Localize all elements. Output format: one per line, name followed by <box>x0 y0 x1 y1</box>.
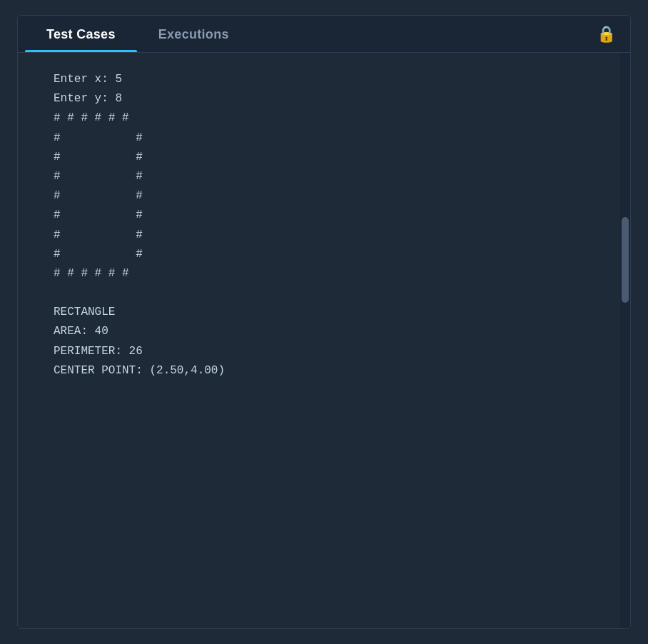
tab-test-cases-label: Test Cases <box>46 27 116 41</box>
scrollbar-thumb[interactable] <box>622 217 629 303</box>
scrollbar-track[interactable] <box>620 53 630 628</box>
output-line: # # # # # # <box>54 264 599 283</box>
output-line: # # <box>54 148 599 167</box>
output-line: # # <box>54 167 599 186</box>
output-line: PERIMETER: 26 <box>54 342 599 361</box>
output-line: # # # # # # <box>54 109 599 128</box>
output-line: # # <box>54 186 599 206</box>
tab-bar: Test Cases Executions 🔒 <box>18 16 630 53</box>
output-line <box>54 283 599 303</box>
output-line: # # <box>54 245 599 264</box>
tab-test-cases[interactable]: Test Cases <box>25 16 137 52</box>
output-container[interactable]: Enter x: 5Enter y: 8# # # # # ## ## ## #… <box>18 53 620 628</box>
output-line: # # <box>54 129 599 148</box>
panel: Test Cases Executions 🔒 Enter x: 5Enter … <box>17 15 631 629</box>
output-line: # # <box>54 206 599 225</box>
output-line: CENTER POINT: (2.50,4.00) <box>54 361 599 381</box>
output-line: # # <box>54 226 599 245</box>
tab-executions[interactable]: Executions <box>137 16 250 52</box>
lock-icon[interactable]: 🔒 <box>597 25 616 44</box>
tab-executions-label: Executions <box>158 27 229 41</box>
output-line: Enter x: 5 <box>54 70 599 89</box>
output-line: AREA: 40 <box>54 322 599 341</box>
output-line: RECTANGLE <box>54 303 599 322</box>
output-line: Enter y: 8 <box>54 89 599 109</box>
content-area: Enter x: 5Enter y: 8# # # # # ## ## ## #… <box>18 53 630 628</box>
